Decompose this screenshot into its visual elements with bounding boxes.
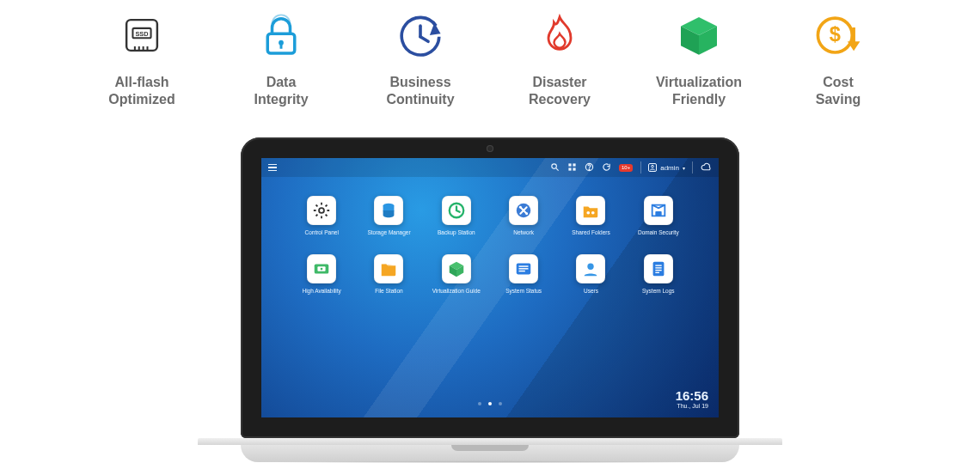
feature-all-flash[interactable]: SSD All-flash Optimized [77, 5, 206, 108]
svg-point-33 [519, 206, 522, 209]
feature-label: Disaster Recovery [529, 74, 591, 108]
feature-disaster-recovery[interactable]: Disaster Recovery [495, 5, 624, 108]
widgets-icon[interactable] [567, 162, 577, 174]
svg-point-20 [552, 163, 557, 168]
laptop-mockup: 10+ admin ▾ Contr [241, 137, 739, 462]
shared-folder-icon [576, 196, 605, 225]
ssd-icon: SSD [112, 5, 172, 65]
app-label: Shared Folders [572, 229, 609, 235]
feature-virtualization[interactable]: Virtualization Friendly [634, 5, 763, 108]
app-label: Backup Station [438, 229, 475, 235]
clock-time: 16:56 [676, 388, 708, 403]
backup-icon [442, 196, 471, 225]
feature-data-integrity[interactable]: Data Integrity [217, 5, 346, 108]
users-icon [576, 254, 605, 283]
svg-rect-50 [655, 265, 661, 265]
feature-label: Cost Saving [816, 74, 861, 108]
flame-icon [530, 5, 590, 65]
app-label: System Logs [642, 288, 675, 294]
feature-row: SSD All-flash Optimized Data Integrity B… [0, 5, 980, 108]
feature-label: Virtualization Friendly [656, 74, 742, 108]
feature-label: Business Continuity [386, 74, 454, 108]
help-icon[interactable] [585, 162, 594, 174]
status-icon [509, 254, 538, 283]
app-grid: Control Panel Storage Manager Backup Sta… [261, 177, 719, 294]
avatar-icon [648, 163, 657, 172]
domain-security-icon [644, 196, 673, 225]
app-label: Users [584, 288, 598, 294]
lock-icon [251, 5, 311, 65]
clock-date: Thu., Jul 19 [676, 403, 708, 409]
svg-rect-52 [655, 270, 661, 271]
chevron-down-icon: ▾ [683, 165, 685, 171]
svg-rect-24 [568, 168, 571, 170]
svg-text:$: $ [830, 23, 841, 46]
app-label: File Station [375, 288, 403, 294]
app-system-logs[interactable]: System Logs [629, 254, 688, 294]
username: admin [660, 164, 679, 172]
app-storage-manager[interactable]: Storage Manager [359, 196, 418, 235]
app-label: Domain Security [638, 229, 679, 235]
svg-rect-51 [655, 267, 661, 268]
app-backup-station[interactable]: Backup Station [427, 196, 486, 235]
svg-point-27 [589, 168, 590, 169]
dollar-down-icon: $ [808, 5, 868, 65]
app-system-status[interactable]: System Status [494, 254, 553, 294]
network-icon [509, 196, 538, 225]
app-label: Control Panel [304, 229, 338, 235]
app-virtualization-guide[interactable]: Virtualization Guide [427, 254, 486, 294]
camera-dot [487, 145, 493, 152]
pager-dot[interactable] [478, 402, 481, 405]
logs-icon [644, 254, 673, 283]
svg-point-28 [652, 165, 654, 168]
app-control-panel[interactable]: Control Panel [292, 196, 351, 235]
svg-rect-53 [655, 272, 659, 273]
app-domain-security[interactable]: Domain Security [629, 196, 688, 235]
app-network[interactable]: Network [494, 196, 553, 235]
database-icon [374, 196, 403, 225]
svg-point-34 [525, 212, 528, 215]
svg-rect-22 [568, 163, 571, 166]
svg-line-12 [420, 37, 428, 41]
desktop-screen: 10+ admin ▾ Contr [261, 158, 719, 417]
user-menu[interactable]: admin ▾ [640, 161, 693, 174]
virt-icon [442, 254, 471, 283]
cube-icon [669, 5, 729, 65]
app-file-station[interactable]: File Station [359, 254, 418, 294]
laptop-hinge [198, 438, 782, 445]
svg-point-35 [587, 211, 591, 215]
svg-rect-46 [519, 268, 529, 269]
laptop-lid: 10+ admin ▾ Contr [241, 137, 739, 438]
app-label: Virtualization Guide [432, 288, 481, 294]
pager-dot-active[interactable] [488, 402, 492, 405]
hamburger-icon[interactable] [268, 164, 277, 172]
laptop-base [241, 445, 739, 462]
svg-point-36 [591, 211, 595, 215]
feature-cost-saving[interactable]: $ Cost Saving [774, 5, 903, 108]
feature-label: Data Integrity [254, 74, 308, 108]
app-label: System Status [505, 288, 542, 294]
app-users[interactable]: Users [561, 254, 620, 294]
desktop-pager[interactable] [478, 402, 502, 405]
svg-marker-10 [430, 23, 441, 36]
search-icon[interactable] [550, 162, 560, 174]
svg-text:SSD: SSD [135, 30, 148, 38]
notification-badge[interactable]: 10+ [619, 164, 633, 172]
svg-rect-9 [280, 43, 283, 49]
refresh-icon[interactable] [602, 162, 611, 174]
clock-arrow-icon [390, 5, 450, 65]
pager-dot[interactable] [499, 402, 502, 405]
gear-icon [307, 196, 336, 225]
svg-rect-45 [519, 265, 529, 266]
ha-icon [307, 254, 336, 283]
cloud-icon[interactable] [701, 162, 712, 174]
feature-business-continuity[interactable]: Business Continuity [356, 5, 485, 108]
desktop-clock: 16:56 Thu., Jul 19 [676, 388, 708, 409]
svg-rect-25 [573, 168, 575, 170]
file-station-icon [374, 254, 403, 283]
svg-rect-49 [652, 262, 664, 277]
svg-point-40 [321, 268, 323, 271]
app-high-availability[interactable]: High Availability [292, 254, 351, 294]
svg-point-48 [588, 264, 594, 270]
app-shared-folders[interactable]: Shared Folders [561, 196, 620, 235]
